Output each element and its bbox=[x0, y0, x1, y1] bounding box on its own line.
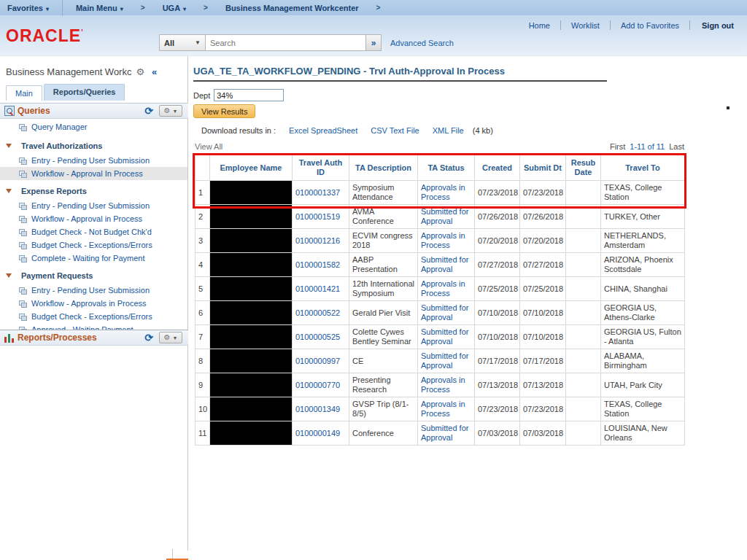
ta-status-link[interactable]: Submitted for Approval bbox=[418, 421, 475, 446]
ta-status-link[interactable]: Approvals in Process bbox=[421, 400, 465, 418]
csv-download-link[interactable]: CSV Text File bbox=[371, 126, 419, 135]
travel-auth-id-link[interactable]: 0100000525 bbox=[293, 325, 349, 349]
travel-auth-id-link[interactable]: 0100000770 bbox=[295, 381, 340, 389]
ta-status-link[interactable]: Approvals in Process bbox=[421, 376, 465, 394]
travel-auth-id-link[interactable]: 0100000522 bbox=[295, 308, 340, 317]
search-go-button[interactable]: » bbox=[366, 34, 382, 51]
travel-auth-id-link[interactable]: 0100001216 bbox=[295, 236, 340, 245]
travel-to: ARIZONA, Phoenix Scottsdale bbox=[601, 253, 685, 277]
sign-out-link[interactable]: Sign out bbox=[690, 21, 737, 30]
queries-gear-menu-button[interactable]: ⚙ ▼ bbox=[159, 105, 182, 117]
search-scope-dropdown[interactable]: All ▼ bbox=[159, 34, 206, 51]
ta-status-link[interactable]: Approvals in Process bbox=[418, 373, 475, 397]
gear-icon[interactable]: ⚙ bbox=[136, 66, 144, 77]
submit-date: 07/26/2018 bbox=[520, 205, 566, 229]
travel-auth-id-link[interactable]: 0100001349 bbox=[293, 397, 349, 421]
sidebar-item-ta-entry-pending[interactable]: Entry - Pending User Submission bbox=[0, 154, 187, 167]
ta-description: AVMA Conference bbox=[349, 205, 418, 229]
excel-download-link[interactable]: Excel SpreadSheet bbox=[289, 126, 357, 135]
advanced-search-link[interactable]: Advanced Search bbox=[390, 39, 454, 47]
sidebar-item-query-manager[interactable]: Query Manager bbox=[0, 120, 187, 133]
travel-auth-id-link[interactable]: 0100000149 bbox=[293, 421, 349, 446]
travel-auth-id-link[interactable]: 0100001421 bbox=[293, 277, 349, 301]
add-to-favorites-link[interactable]: Add to Favorites bbox=[611, 21, 689, 30]
sidebar-item-er-complete-waiting[interactable]: Complete - Waiting for Payment bbox=[0, 252, 187, 265]
queries-pagelet-title: Queries bbox=[18, 106, 50, 116]
ta-status-link[interactable]: Approvals in Process bbox=[421, 231, 465, 249]
breadcrumb-workcenter[interactable]: Business Management Workcenter bbox=[218, 4, 366, 12]
sidebar-item-pr-workflow-approvals[interactable]: Workflow - Approvals in Process bbox=[0, 297, 187, 310]
submit-date: 07/03/2018 bbox=[520, 421, 566, 446]
refresh-icon[interactable]: ⟳ bbox=[144, 332, 153, 343]
sidebar-item-pr-approved-waiting[interactable]: Approved - Waiting Payment bbox=[0, 323, 187, 330]
travel-to: CHINA, Shanghai bbox=[601, 277, 685, 301]
travel-auth-id-link[interactable]: 0100001337 bbox=[295, 188, 340, 197]
ta-status-link[interactable]: Approvals in Process bbox=[421, 183, 465, 201]
ta-status-link[interactable]: Approvals in Process bbox=[418, 277, 475, 301]
ta-status-link[interactable]: Submitted for Approval bbox=[421, 424, 468, 442]
group-travel-authorizations[interactable]: Travel Authorizations bbox=[0, 139, 187, 152]
breadcrumb-uga[interactable]: UGA▾ bbox=[155, 4, 193, 12]
table-row: 70100000525Colette Cywes Bentley Seminar… bbox=[196, 325, 685, 349]
sidebar-item-pr-budget-exceptions[interactable]: Budget Check - Exceptions/Errors bbox=[0, 310, 187, 323]
view-all-link[interactable]: View All bbox=[195, 142, 222, 151]
ta-status-link[interactable]: Submitted for Approval bbox=[418, 253, 475, 277]
ta-status-link[interactable]: Approvals in Process bbox=[418, 397, 475, 421]
ta-status-link[interactable]: Submitted for Approval bbox=[421, 303, 468, 322]
ta-status-link[interactable]: Submitted for Approval bbox=[421, 255, 468, 273]
breadcrumb-favorites[interactable]: Favorites▾ bbox=[0, 4, 56, 12]
sidebar-item-label: Query Manager bbox=[31, 122, 87, 131]
travel-auth-id-link[interactable]: 0100001519 bbox=[295, 212, 340, 221]
ta-status-link[interactable]: Submitted for Approval bbox=[421, 351, 468, 370]
home-link[interactable]: Home bbox=[519, 21, 560, 30]
ta-status-link[interactable]: Submitted for Approval bbox=[418, 205, 475, 229]
sidebar-item-er-workflow-approval[interactable]: Workflow - Approval in Process bbox=[0, 212, 187, 225]
ta-status-link[interactable]: Approvals in Process bbox=[418, 181, 475, 205]
sidebar-item-er-entry-pending[interactable]: Entry - Pending User Submission bbox=[0, 199, 187, 212]
travel-auth-id-link[interactable]: 0100001349 bbox=[295, 405, 340, 413]
travel-auth-id-link[interactable]: 0100000997 bbox=[293, 349, 349, 373]
worklist-link[interactable]: Worklist bbox=[561, 21, 610, 30]
xml-download-link[interactable]: XML File bbox=[433, 126, 464, 135]
travel-auth-id-link[interactable]: 0100001421 bbox=[295, 284, 340, 293]
header: ORACLE' Home Worklist Add to Favorites S… bbox=[0, 16, 747, 56]
tab-main[interactable]: Main bbox=[6, 85, 42, 101]
window-cascade-icon bbox=[19, 287, 26, 294]
travel-auth-id-link[interactable]: 0100000522 bbox=[293, 301, 349, 325]
breadcrumb-main-menu[interactable]: Main Menu▾ bbox=[69, 4, 131, 12]
travel-auth-id-link[interactable]: 0100001519 bbox=[293, 205, 349, 229]
sidebar-item-er-budget-not-checked[interactable]: Budget Check - Not Budget Chk'd bbox=[0, 225, 187, 238]
group-expense-reports[interactable]: Expense Reports bbox=[0, 184, 187, 198]
ta-status-link[interactable]: Submitted for Approval bbox=[421, 207, 468, 225]
travel-auth-id-link[interactable]: 0100000525 bbox=[295, 332, 340, 341]
view-results-button[interactable]: View Results bbox=[193, 104, 255, 118]
dept-input[interactable] bbox=[214, 89, 284, 101]
travel-auth-id-link[interactable]: 0100000149 bbox=[295, 429, 340, 438]
ta-status-link[interactable]: Submitted for Approval bbox=[418, 301, 475, 325]
ta-status-link[interactable]: Submitted for Approval bbox=[418, 325, 475, 349]
travel-auth-id-link[interactable]: 0100000997 bbox=[295, 357, 340, 365]
submit-date: 07/25/2018 bbox=[520, 277, 566, 301]
refresh-icon[interactable]: ⟳ bbox=[144, 106, 153, 116]
ta-status-link[interactable]: Approvals in Process bbox=[421, 279, 465, 298]
reports-gear-menu-button[interactable]: ⚙ ▼ bbox=[159, 332, 182, 343]
travel-auth-id-link[interactable]: 0100001582 bbox=[293, 253, 349, 277]
travel-auth-id-link[interactable]: 0100001216 bbox=[293, 229, 349, 253]
tab-reports-queries[interactable]: Reports/Queries bbox=[44, 84, 125, 101]
created-date: 07/23/2018 bbox=[475, 397, 520, 421]
search-input[interactable] bbox=[206, 34, 366, 51]
travel-auth-id-link[interactable]: 0100000770 bbox=[293, 373, 349, 397]
ta-status-link[interactable]: Submitted for Approval bbox=[418, 349, 475, 373]
group-payment-requests[interactable]: Payment Requests bbox=[0, 269, 187, 282]
travel-auth-id-link[interactable]: 0100001582 bbox=[295, 260, 340, 269]
ta-status-link[interactable]: Submitted for Approval bbox=[421, 327, 468, 346]
sidebar-item-pr-entry-pending[interactable]: Entry - Pending User Submission bbox=[0, 284, 187, 297]
ta-status-link[interactable]: Approvals in Process bbox=[418, 229, 475, 253]
reports-pagelet-title: Reports/Processes bbox=[18, 332, 97, 343]
travel-auth-id-link[interactable]: 0100001337 bbox=[293, 181, 349, 205]
collapse-sidebar-icon[interactable]: « bbox=[152, 66, 157, 77]
window-cascade-icon bbox=[19, 171, 26, 177]
sidebar-item-ta-workflow-approval[interactable]: Workflow - Approval In Process bbox=[0, 167, 187, 180]
submit-date: 07/23/2018 bbox=[520, 181, 566, 205]
sidebar-item-er-budget-exceptions[interactable]: Budget Check - Exceptions/Errors bbox=[0, 238, 187, 252]
